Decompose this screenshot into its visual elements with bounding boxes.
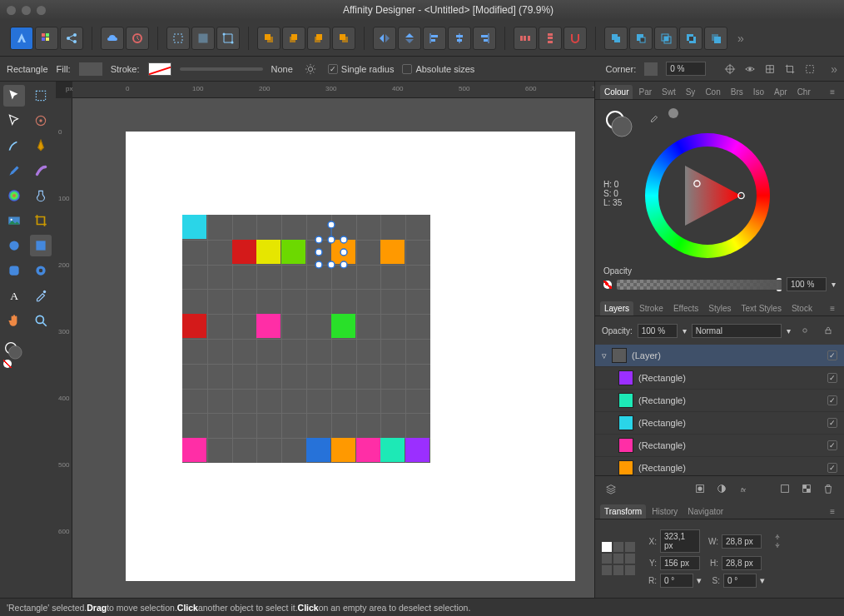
visibility-checkbox[interactable]: ✓ <box>827 463 837 473</box>
colored-cell[interactable] <box>356 438 380 462</box>
artboard-tool[interactable] <box>30 85 52 107</box>
close-window[interactable] <box>7 6 16 15</box>
visibility-checkbox[interactable]: ✓ <box>827 440 837 450</box>
pen-tool[interactable] <box>30 135 52 156</box>
grid-icon[interactable] <box>761 60 779 78</box>
layer-opacity-value[interactable]: 100 % <box>638 324 678 338</box>
panel-tab[interactable]: Brs <box>727 85 747 99</box>
eyedropper-icon[interactable] <box>645 108 663 127</box>
panel-tab[interactable]: Apr <box>770 85 792 99</box>
eye-icon[interactable] <box>741 60 759 78</box>
link-wh-icon[interactable] <box>768 532 787 550</box>
visibility-checkbox[interactable]: ✓ <box>827 395 837 405</box>
select-solid-icon[interactable] <box>191 27 215 50</box>
roundrect-tool[interactable] <box>3 260 25 281</box>
align-right-icon[interactable] <box>473 27 496 50</box>
select-dotted-icon[interactable] <box>166 27 190 50</box>
zoom-tool[interactable] <box>30 310 52 331</box>
corner-type[interactable] <box>644 62 658 76</box>
colour-selector[interactable] <box>603 108 637 142</box>
mask-icon[interactable] <box>691 479 709 498</box>
transform-w[interactable]: 28,8 px <box>722 534 762 549</box>
transform-x[interactable]: 323,1 px <box>660 529 700 553</box>
donut-tool[interactable] <box>30 260 52 281</box>
add-pixel-icon[interactable] <box>797 479 816 498</box>
distribute-v-icon[interactable] <box>539 27 562 50</box>
colored-cell[interactable] <box>306 438 330 462</box>
colored-cell[interactable] <box>232 240 256 264</box>
move-tool[interactable] <box>3 85 25 107</box>
place-tool[interactable] <box>3 210 25 231</box>
autosave-icon[interactable] <box>126 27 149 50</box>
panel-tab[interactable]: Transform <box>600 504 646 519</box>
fill-swatch[interactable] <box>79 62 102 76</box>
zoom-window[interactable] <box>37 6 46 15</box>
pencil-tool[interactable] <box>3 135 25 156</box>
gear-icon[interactable] <box>301 60 320 78</box>
vectorbrush-tool[interactable] <box>30 160 52 181</box>
panel-tab[interactable]: Stock <box>787 301 817 315</box>
layer-row[interactable]: (Rectangle)✓ <box>595 367 844 390</box>
colored-cell[interactable] <box>331 314 355 338</box>
delete-layer-icon[interactable] <box>819 479 837 498</box>
colored-cell[interactable] <box>331 438 355 462</box>
opacity-dropdown-icon[interactable]: ▾ <box>832 280 836 289</box>
layer-row[interactable]: (Rectangle)✓ <box>595 390 844 412</box>
layer-opacity-dropdown-icon[interactable]: ▾ <box>683 326 687 335</box>
transform-r[interactable]: 0 ° <box>660 574 693 588</box>
add-layer-icon[interactable] <box>776 479 794 498</box>
colored-cell[interactable] <box>256 314 281 338</box>
boolean-divide-icon[interactable] <box>704 27 727 50</box>
layer-gear-icon[interactable] <box>796 321 814 340</box>
visibility-checkbox[interactable]: ✓ <box>827 373 837 383</box>
fx-icon[interactable]: fx <box>734 479 752 498</box>
panel-tab[interactable]: Styles <box>704 301 735 315</box>
panel-tab[interactable]: Iso <box>749 85 768 99</box>
transform-y[interactable]: 156 px <box>660 556 700 570</box>
arrange-back-icon[interactable] <box>257 27 281 50</box>
panel-tab[interactable]: Con <box>701 85 724 99</box>
selection-handles[interactable] <box>315 221 348 268</box>
arrange-forward-icon[interactable] <box>307 27 330 50</box>
lock-icon[interactable] <box>819 321 837 340</box>
s-dropdown-icon[interactable]: ▾ <box>760 575 765 586</box>
colored-cell[interactable] <box>405 438 429 462</box>
grid-artwork[interactable] <box>182 215 430 463</box>
r-dropdown-icon[interactable]: ▾ <box>697 575 702 586</box>
layer-row[interactable]: ▿(Layer)✓ <box>595 345 844 367</box>
persona-designer[interactable] <box>10 27 33 50</box>
adjustment-icon[interactable] <box>712 479 731 498</box>
persona-export[interactable] <box>60 27 83 50</box>
corner-value[interactable]: 0 % <box>666 62 706 76</box>
transform-icon[interactable] <box>216 27 240 50</box>
fill-tool[interactable] <box>3 185 25 206</box>
opacity-value[interactable]: 100 % <box>787 277 827 291</box>
blend-dropdown-icon[interactable]: ▾ <box>787 326 791 335</box>
node-tool[interactable] <box>3 110 25 132</box>
sample-swatch[interactable] <box>668 108 678 118</box>
layer-row[interactable]: (Rectangle)✓ <box>595 457 844 475</box>
boolean-subtract-icon[interactable] <box>629 27 653 50</box>
minimize-window[interactable] <box>22 6 31 15</box>
panel-tab[interactable]: History <box>648 504 682 519</box>
boolean-add-icon[interactable] <box>604 27 628 50</box>
panel-menu-icon[interactable]: ≡ <box>826 504 839 519</box>
visibility-checkbox[interactable]: ✓ <box>827 418 837 428</box>
panel-tab[interactable]: Navigator <box>683 504 727 519</box>
ruler-horizontal[interactable]: px 0100200300400500600700 <box>72 82 594 98</box>
crop-icon[interactable] <box>781 60 799 78</box>
panel-menu-icon[interactable]: ≡ <box>826 301 839 315</box>
opacity-none-icon[interactable] <box>603 281 612 289</box>
panel-tab[interactable]: Layers <box>600 301 633 315</box>
layer-row[interactable]: (Rectangle)✓ <box>595 412 844 435</box>
ellipse-tool[interactable] <box>3 235 25 256</box>
transparency-tool[interactable] <box>30 185 52 206</box>
transform-s[interactable]: 0 ° <box>723 574 757 588</box>
boolean-xor-icon[interactable] <box>679 27 703 50</box>
flip-h-icon[interactable] <box>373 27 396 50</box>
panel-menu-icon[interactable]: ≡ <box>826 85 839 99</box>
panel-tab[interactable]: Chr <box>793 85 815 99</box>
colored-cell[interactable] <box>380 438 405 462</box>
corner-tool[interactable] <box>30 110 52 132</box>
colored-cell[interactable] <box>182 438 206 462</box>
